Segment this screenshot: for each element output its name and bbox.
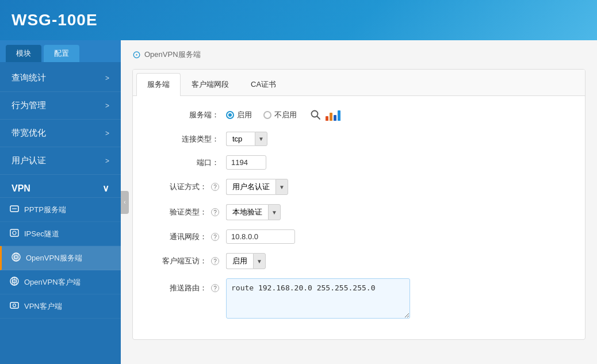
header: WSG-100E (0, 0, 597, 40)
client-mutual-dropdown[interactable]: ▼ (253, 253, 266, 269)
auth-method-label: 认证方式： ? (150, 182, 219, 192)
push-route-row: 推送路由： ? route 192.168.20.0 255.255.255.0 (150, 278, 568, 319)
svg-point-13 (13, 304, 16, 307)
sidebar-item-label: OpenVPN客户端 (24, 277, 81, 288)
toolbar-icons (308, 108, 340, 122)
sidebar-section-vpn[interactable]: VPN ∨ (0, 175, 121, 198)
sidebar-item-label: VPN客户端 (24, 301, 62, 312)
openvpn-breadcrumb-icon: ⊙ (132, 48, 141, 61)
sidebar-nav: 查询统计 > 行为管理 > 带宽优化 > 用户认证 > VPN ∨ (0, 62, 121, 364)
sidebar-item-vpn-client[interactable]: VPN客户端 (0, 294, 121, 319)
client-mutual-row: 客户端互访： ? 启用 ▼ (150, 253, 568, 269)
sidebar-item-label: 查询统计 (12, 72, 46, 83)
svg-line-15 (317, 117, 320, 120)
sidebar-item-query-stats[interactable]: 查询统计 > (0, 64, 121, 92)
breadcrumb-text: OpenVPN服务端 (144, 49, 201, 60)
verify-type-dropdown[interactable]: ▼ (268, 204, 281, 220)
connection-type-label: 连接类型： (150, 134, 219, 144)
connection-type-row: 连接类型： tcp ▼ (150, 132, 568, 146)
sidebar-item-label: PPTP服务端 (24, 205, 66, 215)
network-segment-row: 通讯网段： ? (150, 229, 568, 244)
sidebar-toggle[interactable]: ‹ (121, 191, 129, 214)
client-mutual-select: 启用 ▼ (226, 253, 266, 269)
auth-method-control: 用户名认证 ▼ (226, 179, 288, 195)
client-mutual-help-icon[interactable]: ? (211, 257, 219, 265)
network-segment-control (226, 229, 295, 244)
bar-chart-icon[interactable] (326, 108, 340, 122)
server-enable-row: 服务端： 启用 不启用 (150, 108, 568, 122)
panel-tabs: 服务端 客户端网段 CA证书 (133, 70, 585, 96)
network-segment-help-icon[interactable]: ? (211, 233, 219, 241)
verify-type-label: 验证类型： ? (150, 207, 219, 217)
svg-rect-12 (10, 302, 18, 308)
push-route-control: route 192.168.20.0 255.255.255.0 (226, 278, 410, 319)
network-segment-label: 通讯网段： ? (150, 232, 219, 242)
sidebar-item-pptp-server[interactable]: PPTP服务端 (0, 198, 121, 222)
connection-type-select: tcp ▼ (226, 132, 267, 146)
sidebar-item-behavior-mgmt[interactable]: 行为管理 > (0, 92, 121, 120)
breadcrumb: ⊙ OpenVPN服务端 (132, 48, 585, 61)
svg-point-3 (13, 231, 16, 235)
server-enable-control: 启用 不启用 (226, 108, 340, 122)
tab-client-network[interactable]: 客户端网段 (181, 73, 240, 95)
verify-type-value: 本地验证 (226, 204, 268, 220)
port-input[interactable] (226, 155, 266, 170)
sidebar-item-bandwidth-opt[interactable]: 带宽优化 > (0, 120, 121, 147)
chevron-right-icon: > (105, 102, 109, 110)
sidebar-item-ipsec-tunnel[interactable]: IPSec隧道 (0, 222, 121, 246)
port-control (226, 155, 266, 170)
verify-type-control: 本地验证 ▼ (226, 204, 281, 220)
sidebar-item-openvpn-client[interactable]: OpenVPN客户端 (0, 270, 121, 294)
radio-enable[interactable]: 启用 (226, 110, 252, 120)
client-mutual-value: 启用 (226, 253, 253, 269)
tab-ca-cert[interactable]: CA证书 (240, 73, 287, 95)
push-route-label: 推送路由： ? (150, 278, 219, 293)
main-layout: 模块 配置 查询统计 > 行为管理 > 带宽优化 > 用户认证 > VPN (0, 40, 597, 364)
main-panel: 服务端 客户端网段 CA证书 服务端： 启用 (132, 69, 585, 340)
tab-server[interactable]: 服务端 (136, 73, 181, 96)
chevron-down-icon: ∨ (102, 183, 109, 194)
sidebar-tabs: 模块 配置 (0, 40, 121, 62)
pptp-icon (9, 204, 20, 216)
verify-type-row: 验证类型： ? 本地验证 ▼ (150, 204, 568, 220)
radio-circle-enable (226, 111, 234, 119)
auth-method-row: 认证方式： ? 用户名认证 ▼ (150, 179, 568, 195)
network-segment-input[interactable] (226, 229, 295, 244)
verify-type-help-icon[interactable]: ? (211, 208, 219, 216)
push-route-textarea[interactable]: route 192.168.20.0 255.255.255.0 (226, 278, 410, 319)
vpn-client-icon (9, 300, 20, 312)
port-label: 端口： (150, 158, 219, 168)
auth-method-help-icon[interactable]: ? (211, 183, 219, 191)
ipsec-icon (9, 228, 20, 240)
connection-type-dropdown[interactable]: ▼ (255, 132, 267, 146)
openvpn-server-icon (11, 252, 21, 264)
port-row: 端口： (150, 155, 568, 170)
vpn-section-label: VPN (12, 183, 30, 194)
sidebar-item-openvpn-server[interactable]: OpenVPN服务端 (0, 246, 121, 270)
sidebar-item-label: OpenVPN服务端 (26, 253, 82, 263)
openvpn-client-icon (9, 276, 20, 288)
sidebar-item-label: IPSec隧道 (24, 229, 59, 239)
auth-method-value: 用户名认证 (226, 179, 275, 195)
sidebar-item-label: 行为管理 (12, 100, 46, 111)
sidebar-item-label: 带宽优化 (12, 128, 46, 139)
sidebar: 模块 配置 查询统计 > 行为管理 > 带宽优化 > 用户认证 > VPN (0, 40, 121, 364)
sidebar-item-user-auth[interactable]: 用户认证 > (0, 147, 121, 175)
content-area: ⊙ OpenVPN服务端 服务端 客户端网段 CA证书 服务端： (121, 40, 597, 364)
tab-module[interactable]: 模块 (6, 45, 41, 62)
panel-body: 服务端： 启用 不启用 (133, 96, 585, 339)
sidebar-item-label: 用户认证 (12, 155, 46, 166)
search-icon[interactable] (308, 108, 323, 122)
svg-rect-2 (10, 229, 18, 236)
radio-disable[interactable]: 不启用 (263, 110, 297, 120)
verify-type-select: 本地验证 ▼ (226, 204, 281, 220)
server-radio-group: 启用 不启用 (226, 110, 297, 120)
connection-type-control: tcp ▼ (226, 132, 267, 146)
client-mutual-label: 客户端互访： ? (150, 256, 219, 266)
chevron-right-icon: > (105, 129, 109, 137)
auth-method-dropdown[interactable]: ▼ (275, 179, 288, 195)
tab-config[interactable]: 配置 (44, 45, 79, 62)
auth-method-select: 用户名认证 ▼ (226, 179, 288, 195)
push-route-help-icon[interactable]: ? (211, 284, 219, 292)
client-mutual-control: 启用 ▼ (226, 253, 266, 269)
